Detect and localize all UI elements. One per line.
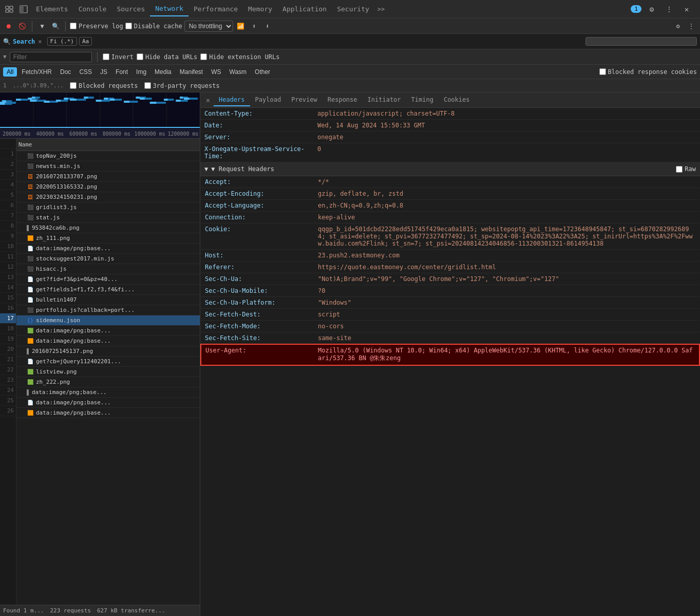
list-item[interactable]: ⬛ newsts.min.js (16, 161, 200, 172)
blocked-cookies-checkbox[interactable] (599, 68, 606, 75)
throttle-select[interactable]: No throttling (184, 21, 233, 32)
filter-manifest-button[interactable]: Manifest (176, 67, 206, 77)
list-item[interactable]: 📄 data:image/png;base... (16, 244, 200, 254)
close-devtools-icon[interactable]: ✕ (679, 2, 694, 16)
list-item[interactable]: 📄 get?fields1=f1,f2,f3,f4&fi... (16, 285, 200, 295)
search-fi-button[interactable]: Fi (.*) (47, 37, 77, 46)
tab-elements[interactable]: Elements (31, 2, 73, 16)
index-header (0, 139, 16, 149)
filter-img-button[interactable]: Img (133, 67, 150, 77)
tab-console[interactable]: Console (73, 2, 112, 16)
tab-headers[interactable]: Headers (214, 94, 250, 106)
list-item[interactable]: 20160725145137.png (16, 346, 200, 357)
export-har-button[interactable]: ⬇ (262, 21, 273, 32)
list-item[interactable]: ⬛ topNav_200js (16, 151, 200, 161)
list-item[interactable]: 📄 data:image/png;base... (16, 398, 200, 408)
list-item[interactable]: data:image/png;base... (16, 387, 200, 398)
index-5: 5 (0, 190, 16, 200)
wifi-icon[interactable]: 📶 (235, 21, 247, 32)
item-name: stat.js (36, 214, 198, 221)
tab-initiator[interactable]: Initiator (363, 94, 406, 106)
list-item[interactable]: 🟩 zh_222.png (16, 377, 200, 387)
more-tabs-button[interactable]: >> (374, 3, 388, 16)
disable-cache-label[interactable]: Disable cache (125, 23, 182, 30)
tab-memory[interactable]: Memory (243, 2, 277, 16)
filter-fetch-xhr-button[interactable]: Fetch/XHR (18, 67, 55, 77)
list-item[interactable]: 🟧 data:image/png;base... (16, 336, 200, 346)
list-item[interactable]: ⬛ portfolio.js?callback=port... (16, 305, 200, 315)
filter-doc-button[interactable]: Doc (56, 67, 74, 77)
blocked-requests-label[interactable]: Blocked requests (70, 82, 138, 89)
hide-ext-urls-checkbox[interactable] (200, 53, 207, 60)
list-item[interactable]: 🖼 20160728133707.png (16, 172, 200, 182)
raw-checkbox[interactable] (676, 166, 683, 173)
list-item[interactable]: 📄 get?cb=jQuery112402201... (16, 357, 200, 367)
tab-network[interactable]: Network (150, 2, 188, 16)
settings-icon[interactable]: ⚙ (645, 2, 659, 16)
invert-checkbox[interactable] (103, 53, 109, 60)
devtools-dock-icon[interactable] (16, 2, 31, 16)
list-item[interactable]: 🟧 data:image/png;base... (16, 408, 200, 418)
tab-preview[interactable]: Preview (286, 94, 323, 106)
record-button[interactable]: ⏺ (3, 21, 14, 32)
header-row: Content-Type: application/javascript; ch… (200, 108, 700, 120)
tab-payload[interactable]: Payload (250, 94, 287, 106)
search-button[interactable]: 🔍 (50, 21, 61, 32)
list-item[interactable]: 📄 bulletin1407 (16, 295, 200, 305)
filter-font-button[interactable]: Font (112, 67, 131, 77)
tab-timing[interactable]: Timing (406, 94, 439, 106)
list-item[interactable]: ⬛ hisacc.js (16, 264, 200, 274)
hide-ext-urls-label[interactable]: Hide extension URLs (200, 53, 279, 61)
third-party-checkbox[interactable] (144, 82, 151, 89)
clear-button[interactable]: 🚫 (16, 21, 28, 32)
tab-security[interactable]: Security (332, 2, 374, 16)
filter-input[interactable] (10, 52, 92, 62)
hide-data-urls-checkbox[interactable] (137, 53, 143, 60)
search-input-box[interactable] (585, 37, 697, 46)
disable-cache-checkbox[interactable] (125, 23, 132, 29)
item-name: zh_222.png (36, 379, 198, 385)
list-item[interactable]: 953842ca6b.png (16, 223, 200, 233)
request-headers-section[interactable]: ▼ ▼ Request Headers Raw (200, 162, 700, 176)
filter-other-button[interactable]: Other (251, 67, 274, 77)
list-item[interactable]: ⬛ gridlist3.js (16, 202, 200, 213)
blocked-requests-checkbox[interactable] (70, 82, 77, 89)
list-item[interactable]: 📄 get?fid=f3&pi=0&pz=40... (16, 274, 200, 285)
header-row: X-Onegate-Upstream-Service-Time: 0 (200, 143, 700, 162)
filter-css-button[interactable]: CSS (75, 67, 96, 77)
tab-response[interactable]: Response (323, 94, 363, 106)
preserve-log-checkbox[interactable] (70, 23, 77, 29)
filter-toggle-button[interactable]: ▼ (36, 21, 48, 32)
raw-checkbox-label[interactable]: Raw (676, 165, 696, 173)
selected-list-item[interactable]: {} sidemenu.json (16, 315, 200, 326)
settings-network-button[interactable]: ⚙ (672, 21, 684, 32)
list-item[interactable]: 🖼 20230324150231.png (16, 192, 200, 202)
third-party-label[interactable]: 3rd-party requests (144, 82, 220, 89)
filter-media-button[interactable]: Media (151, 67, 175, 77)
filter-all-button[interactable]: All (3, 67, 17, 77)
list-item[interactable]: ⬛ stat.js (16, 213, 200, 223)
filter-js-button[interactable]: JS (97, 67, 111, 77)
hide-data-urls-label[interactable]: Hide data URLs (137, 53, 197, 61)
tab-performance[interactable]: Performance (188, 2, 243, 16)
filter-ws-button[interactable]: WS (207, 67, 224, 77)
list-item[interactable]: 🟧 zh_111.png (16, 233, 200, 244)
filter-wasm-button[interactable]: Wasm (226, 67, 251, 77)
invert-filter-label[interactable]: Invert (103, 53, 134, 61)
detail-close-button[interactable]: × (202, 95, 214, 106)
more-options-icon[interactable]: ⋮ (662, 2, 676, 16)
blocked-cookies-label[interactable]: Blocked response cookies (599, 68, 697, 76)
more-network-button[interactable]: ⋮ (686, 21, 697, 32)
list-item[interactable]: 🟩 data:image/png;base... (16, 326, 200, 336)
devtools-toggle-icon[interactable] (2, 2, 16, 16)
list-item[interactable]: 🖼 20200513165332.png (16, 182, 200, 192)
preserve-log-label[interactable]: Preserve log (70, 23, 123, 30)
import-har-button[interactable]: ⬆ (249, 21, 260, 32)
search-case-button[interactable]: Aa (79, 37, 92, 46)
list-item[interactable]: ⬛ stocksuggest2017.min.js (16, 254, 200, 264)
list-item[interactable]: 🟩 listview.png (16, 367, 200, 377)
tab-application[interactable]: Application (277, 2, 332, 16)
search-close-button[interactable]: × (37, 37, 43, 46)
tab-cookies[interactable]: Cookies (439, 94, 475, 106)
tab-sources[interactable]: Sources (111, 2, 150, 16)
